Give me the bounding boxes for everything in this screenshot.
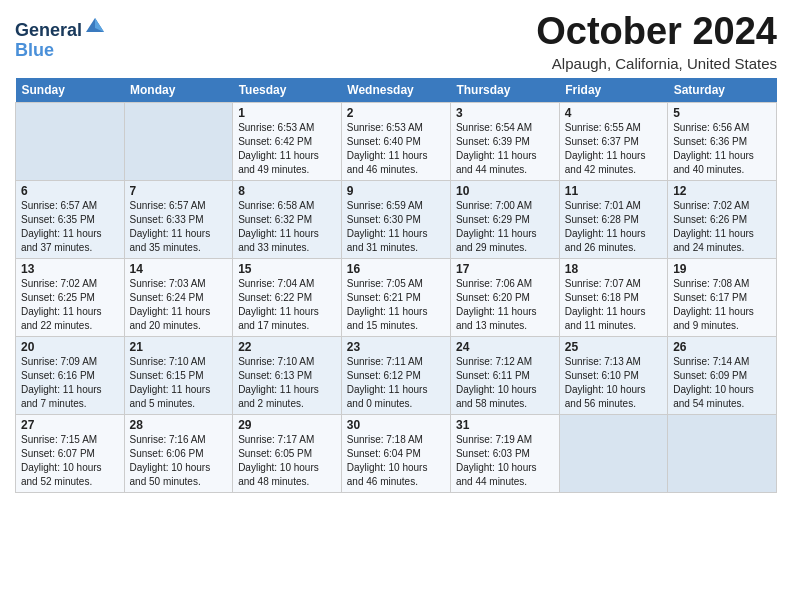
day-number: 7 — [130, 184, 228, 198]
day-info: Sunrise: 6:57 AMSunset: 6:35 PMDaylight:… — [21, 199, 119, 255]
day-cell: 23Sunrise: 7:11 AMSunset: 6:12 PMDayligh… — [341, 337, 450, 415]
header-tuesday: Tuesday — [233, 78, 342, 103]
day-cell: 31Sunrise: 7:19 AMSunset: 6:03 PMDayligh… — [450, 415, 559, 493]
day-info: Sunrise: 7:18 AMSunset: 6:04 PMDaylight:… — [347, 433, 445, 489]
day-number: 16 — [347, 262, 445, 276]
day-info: Sunrise: 7:07 AMSunset: 6:18 PMDaylight:… — [565, 277, 662, 333]
day-cell: 25Sunrise: 7:13 AMSunset: 6:10 PMDayligh… — [559, 337, 667, 415]
logo-icon — [84, 14, 106, 36]
day-cell — [559, 415, 667, 493]
day-number: 18 — [565, 262, 662, 276]
day-number: 20 — [21, 340, 119, 354]
day-number: 26 — [673, 340, 771, 354]
day-info: Sunrise: 6:58 AMSunset: 6:32 PMDaylight:… — [238, 199, 336, 255]
day-cell: 10Sunrise: 7:00 AMSunset: 6:29 PMDayligh… — [450, 181, 559, 259]
day-info: Sunrise: 6:57 AMSunset: 6:33 PMDaylight:… — [130, 199, 228, 255]
page-header: General Blue October 2024 Alpaugh, Calif… — [15, 10, 777, 72]
day-info: Sunrise: 7:10 AMSunset: 6:15 PMDaylight:… — [130, 355, 228, 411]
day-cell: 13Sunrise: 7:02 AMSunset: 6:25 PMDayligh… — [16, 259, 125, 337]
day-info: Sunrise: 7:00 AMSunset: 6:29 PMDaylight:… — [456, 199, 554, 255]
day-number: 6 — [21, 184, 119, 198]
day-cell: 8Sunrise: 6:58 AMSunset: 6:32 PMDaylight… — [233, 181, 342, 259]
week-row-5: 27Sunrise: 7:15 AMSunset: 6:07 PMDayligh… — [16, 415, 777, 493]
day-info: Sunrise: 7:04 AMSunset: 6:22 PMDaylight:… — [238, 277, 336, 333]
day-number: 2 — [347, 106, 445, 120]
day-cell: 15Sunrise: 7:04 AMSunset: 6:22 PMDayligh… — [233, 259, 342, 337]
day-cell: 22Sunrise: 7:10 AMSunset: 6:13 PMDayligh… — [233, 337, 342, 415]
day-info: Sunrise: 7:01 AMSunset: 6:28 PMDaylight:… — [565, 199, 662, 255]
day-number: 5 — [673, 106, 771, 120]
day-number: 8 — [238, 184, 336, 198]
day-cell: 14Sunrise: 7:03 AMSunset: 6:24 PMDayligh… — [124, 259, 233, 337]
day-cell: 3Sunrise: 6:54 AMSunset: 6:39 PMDaylight… — [450, 103, 559, 181]
day-cell: 7Sunrise: 6:57 AMSunset: 6:33 PMDaylight… — [124, 181, 233, 259]
week-row-4: 20Sunrise: 7:09 AMSunset: 6:16 PMDayligh… — [16, 337, 777, 415]
day-info: Sunrise: 7:15 AMSunset: 6:07 PMDaylight:… — [21, 433, 119, 489]
day-cell — [124, 103, 233, 181]
day-info: Sunrise: 7:17 AMSunset: 6:05 PMDaylight:… — [238, 433, 336, 489]
day-number: 27 — [21, 418, 119, 432]
day-number: 19 — [673, 262, 771, 276]
day-info: Sunrise: 7:06 AMSunset: 6:20 PMDaylight:… — [456, 277, 554, 333]
logo-text-blue: Blue — [15, 41, 106, 61]
day-cell: 6Sunrise: 6:57 AMSunset: 6:35 PMDaylight… — [16, 181, 125, 259]
day-info: Sunrise: 7:14 AMSunset: 6:09 PMDaylight:… — [673, 355, 771, 411]
day-cell: 19Sunrise: 7:08 AMSunset: 6:17 PMDayligh… — [668, 259, 777, 337]
day-number: 25 — [565, 340, 662, 354]
day-cell: 24Sunrise: 7:12 AMSunset: 6:11 PMDayligh… — [450, 337, 559, 415]
day-cell: 30Sunrise: 7:18 AMSunset: 6:04 PMDayligh… — [341, 415, 450, 493]
day-info: Sunrise: 7:09 AMSunset: 6:16 PMDaylight:… — [21, 355, 119, 411]
day-cell: 4Sunrise: 6:55 AMSunset: 6:37 PMDaylight… — [559, 103, 667, 181]
day-info: Sunrise: 7:11 AMSunset: 6:12 PMDaylight:… — [347, 355, 445, 411]
day-cell: 11Sunrise: 7:01 AMSunset: 6:28 PMDayligh… — [559, 181, 667, 259]
day-cell: 28Sunrise: 7:16 AMSunset: 6:06 PMDayligh… — [124, 415, 233, 493]
day-cell: 16Sunrise: 7:05 AMSunset: 6:21 PMDayligh… — [341, 259, 450, 337]
day-cell: 1Sunrise: 6:53 AMSunset: 6:42 PMDaylight… — [233, 103, 342, 181]
day-info: Sunrise: 7:02 AMSunset: 6:26 PMDaylight:… — [673, 199, 771, 255]
day-info: Sunrise: 6:59 AMSunset: 6:30 PMDaylight:… — [347, 199, 445, 255]
day-cell: 2Sunrise: 6:53 AMSunset: 6:40 PMDaylight… — [341, 103, 450, 181]
day-number: 15 — [238, 262, 336, 276]
day-cell — [16, 103, 125, 181]
day-cell: 20Sunrise: 7:09 AMSunset: 6:16 PMDayligh… — [16, 337, 125, 415]
day-cell: 18Sunrise: 7:07 AMSunset: 6:18 PMDayligh… — [559, 259, 667, 337]
day-number: 12 — [673, 184, 771, 198]
day-info: Sunrise: 7:13 AMSunset: 6:10 PMDaylight:… — [565, 355, 662, 411]
location: Alpaugh, California, United States — [536, 55, 777, 72]
day-number: 29 — [238, 418, 336, 432]
month-title: October 2024 — [536, 10, 777, 53]
day-cell: 21Sunrise: 7:10 AMSunset: 6:15 PMDayligh… — [124, 337, 233, 415]
day-info: Sunrise: 6:55 AMSunset: 6:37 PMDaylight:… — [565, 121, 662, 177]
day-info: Sunrise: 7:08 AMSunset: 6:17 PMDaylight:… — [673, 277, 771, 333]
header-monday: Monday — [124, 78, 233, 103]
day-number: 13 — [21, 262, 119, 276]
day-number: 4 — [565, 106, 662, 120]
day-number: 3 — [456, 106, 554, 120]
day-number: 30 — [347, 418, 445, 432]
header-thursday: Thursday — [450, 78, 559, 103]
day-cell: 29Sunrise: 7:17 AMSunset: 6:05 PMDayligh… — [233, 415, 342, 493]
day-cell: 9Sunrise: 6:59 AMSunset: 6:30 PMDaylight… — [341, 181, 450, 259]
day-cell: 27Sunrise: 7:15 AMSunset: 6:07 PMDayligh… — [16, 415, 125, 493]
day-number: 17 — [456, 262, 554, 276]
day-info: Sunrise: 7:05 AMSunset: 6:21 PMDaylight:… — [347, 277, 445, 333]
day-cell — [668, 415, 777, 493]
header-sunday: Sunday — [16, 78, 125, 103]
day-number: 1 — [238, 106, 336, 120]
day-info: Sunrise: 7:12 AMSunset: 6:11 PMDaylight:… — [456, 355, 554, 411]
day-cell: 5Sunrise: 6:56 AMSunset: 6:36 PMDaylight… — [668, 103, 777, 181]
day-info: Sunrise: 6:54 AMSunset: 6:39 PMDaylight:… — [456, 121, 554, 177]
day-number: 10 — [456, 184, 554, 198]
day-cell: 26Sunrise: 7:14 AMSunset: 6:09 PMDayligh… — [668, 337, 777, 415]
day-info: Sunrise: 6:56 AMSunset: 6:36 PMDaylight:… — [673, 121, 771, 177]
day-number: 28 — [130, 418, 228, 432]
calendar-header-row: SundayMondayTuesdayWednesdayThursdayFrid… — [16, 78, 777, 103]
day-info: Sunrise: 7:19 AMSunset: 6:03 PMDaylight:… — [456, 433, 554, 489]
day-info: Sunrise: 7:03 AMSunset: 6:24 PMDaylight:… — [130, 277, 228, 333]
day-info: Sunrise: 6:53 AMSunset: 6:42 PMDaylight:… — [238, 121, 336, 177]
day-info: Sunrise: 7:16 AMSunset: 6:06 PMDaylight:… — [130, 433, 228, 489]
day-number: 11 — [565, 184, 662, 198]
day-info: Sunrise: 7:02 AMSunset: 6:25 PMDaylight:… — [21, 277, 119, 333]
calendar-table: SundayMondayTuesdayWednesdayThursdayFrid… — [15, 78, 777, 493]
day-number: 22 — [238, 340, 336, 354]
